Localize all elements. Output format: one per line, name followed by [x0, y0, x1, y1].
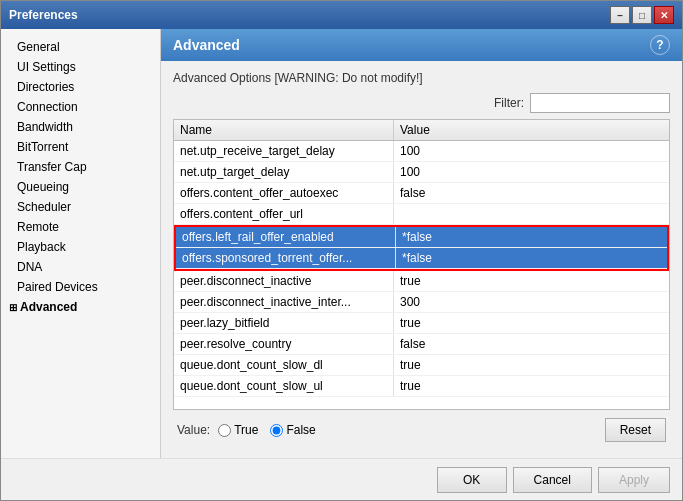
cell-name: peer.lazy_bitfield	[174, 313, 394, 333]
table-row[interactable]: queue.dont_count_slow_ultrue	[174, 376, 669, 397]
apply-button[interactable]: Apply	[598, 467, 670, 493]
table-container: Name Value net.utp_receive_target_delay1…	[173, 119, 670, 410]
panel-title: Advanced	[173, 37, 240, 53]
cell-name: offers.left_rail_offer_enabled	[176, 227, 396, 247]
radio-false[interactable]: False	[270, 423, 315, 437]
warning-text: Advanced Options [WARNING: Do not modify…	[173, 71, 670, 85]
col-value-header: Value	[394, 120, 669, 140]
help-button[interactable]: ?	[650, 35, 670, 55]
window-title: Preferences	[9, 8, 78, 22]
radio-true-input[interactable]	[218, 424, 231, 437]
title-bar-controls: – □ ✕	[610, 6, 674, 24]
cell-name: queue.dont_count_slow_dl	[174, 355, 394, 375]
cell-name: offers.content_offer_url	[174, 204, 394, 224]
cell-value: true	[394, 376, 669, 396]
maximize-button[interactable]: □	[632, 6, 652, 24]
sidebar-item-directories[interactable]: Directories	[1, 77, 160, 97]
bottom-bar: OK Cancel Apply	[1, 458, 682, 500]
cell-value: false	[394, 183, 669, 203]
cell-value: *false	[396, 227, 667, 247]
cell-name: offers.sponsored_torrent_offer...	[176, 248, 396, 268]
sidebar-item-general[interactable]: General	[1, 37, 160, 57]
table-row[interactable]: peer.lazy_bitfieldtrue	[174, 313, 669, 334]
sidebar-item-paired-devices[interactable]: Paired Devices	[1, 277, 160, 297]
table-row[interactable]: queue.dont_count_slow_dltrue	[174, 355, 669, 376]
sidebar-item-bittorrent[interactable]: BitTorrent	[1, 137, 160, 157]
cell-name: net.utp_receive_target_delay	[174, 141, 394, 161]
table-row[interactable]: net.utp_target_delay100	[174, 162, 669, 183]
table-row[interactable]: offers.left_rail_offer_enabled*false	[176, 227, 667, 248]
col-name-header: Name	[174, 120, 394, 140]
cell-value: 300	[394, 292, 669, 312]
cell-value	[394, 204, 669, 224]
value-row: Value: True False Reset	[173, 410, 670, 448]
ok-button[interactable]: OK	[437, 467, 507, 493]
content-area: GeneralUI SettingsDirectoriesConnectionB…	[1, 29, 682, 458]
radio-false-label: False	[286, 423, 315, 437]
panel-body: Advanced Options [WARNING: Do not modify…	[161, 61, 682, 458]
sidebar-item-transfer-cap[interactable]: Transfer Cap	[1, 157, 160, 177]
value-label: Value:	[177, 423, 210, 437]
table-body: net.utp_receive_target_delay100net.utp_t…	[174, 141, 669, 409]
sidebar-item-ui-settings[interactable]: UI Settings	[1, 57, 160, 77]
cell-value: true	[394, 313, 669, 333]
table-row[interactable]: peer.resolve_countryfalse	[174, 334, 669, 355]
sidebar-item-dna[interactable]: DNA	[1, 257, 160, 277]
cell-value: true	[394, 271, 669, 291]
table-row[interactable]: offers.content_offer_autoexecfalse	[174, 183, 669, 204]
cancel-button[interactable]: Cancel	[513, 467, 592, 493]
table-row[interactable]: net.utp_receive_target_delay100	[174, 141, 669, 162]
sidebar: GeneralUI SettingsDirectoriesConnectionB…	[1, 29, 161, 458]
table-row[interactable]: peer.disconnect_inactivetrue	[174, 271, 669, 292]
radio-group: True False	[218, 423, 316, 437]
cell-name: peer.disconnect_inactive_inter...	[174, 292, 394, 312]
sidebar-item-remote[interactable]: Remote	[1, 217, 160, 237]
highlighted-section: offers.left_rail_offer_enabled*falseoffe…	[174, 225, 669, 271]
close-button[interactable]: ✕	[654, 6, 674, 24]
cell-value: false	[394, 334, 669, 354]
cell-value: true	[394, 355, 669, 375]
preferences-window: Preferences – □ ✕ GeneralUI SettingsDire…	[0, 0, 683, 501]
sidebar-item-queueing[interactable]: Queueing	[1, 177, 160, 197]
main-panel: Advanced ? Advanced Options [WARNING: Do…	[161, 29, 682, 458]
sidebar-item-advanced[interactable]: ⊞Advanced	[1, 297, 160, 317]
filter-input[interactable]	[530, 93, 670, 113]
cell-name: net.utp_target_delay	[174, 162, 394, 182]
reset-button[interactable]: Reset	[605, 418, 666, 442]
cell-value: 100	[394, 141, 669, 161]
filter-row: Filter:	[173, 93, 670, 113]
table-row[interactable]: offers.sponsored_torrent_offer...*false	[176, 248, 667, 269]
sidebar-item-bandwidth[interactable]: Bandwidth	[1, 117, 160, 137]
radio-false-input[interactable]	[270, 424, 283, 437]
radio-true-label: True	[234, 423, 258, 437]
table-header: Name Value	[174, 120, 669, 141]
cell-name: queue.dont_count_slow_ul	[174, 376, 394, 396]
sidebar-item-connection[interactable]: Connection	[1, 97, 160, 117]
radio-true[interactable]: True	[218, 423, 258, 437]
title-bar: Preferences – □ ✕	[1, 1, 682, 29]
panel-header: Advanced ?	[161, 29, 682, 61]
cell-value: 100	[394, 162, 669, 182]
sidebar-item-scheduler[interactable]: Scheduler	[1, 197, 160, 217]
cell-name: peer.resolve_country	[174, 334, 394, 354]
cell-value: *false	[396, 248, 667, 268]
table-row[interactable]: peer.disconnect_inactive_inter...300	[174, 292, 669, 313]
cell-name: peer.disconnect_inactive	[174, 271, 394, 291]
minimize-button[interactable]: –	[610, 6, 630, 24]
cell-name: offers.content_offer_autoexec	[174, 183, 394, 203]
sidebar-item-playback[interactable]: Playback	[1, 237, 160, 257]
filter-label: Filter:	[494, 96, 524, 110]
table-row[interactable]: offers.content_offer_url	[174, 204, 669, 225]
